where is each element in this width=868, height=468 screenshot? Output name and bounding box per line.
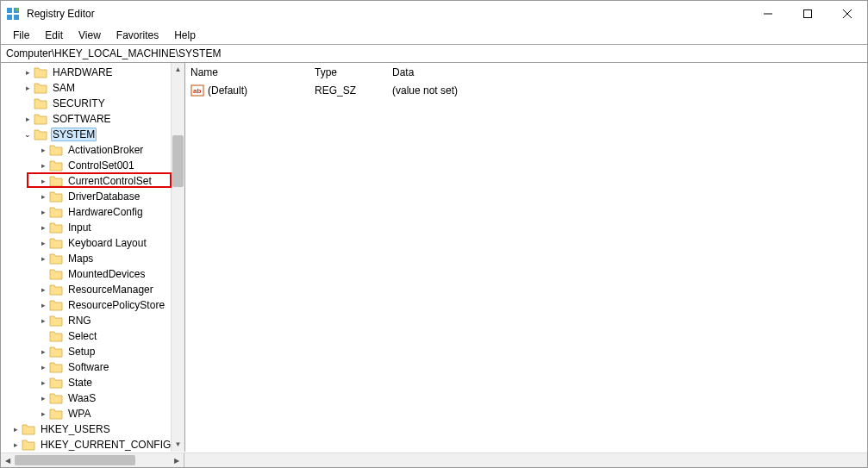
tree-item-activationbroker[interactable]: ▸ ActivationBroker [1,142,184,158]
tree-label-selected: SYSTEM [51,128,97,141]
chevron-right-icon[interactable]: ▸ [37,316,49,325]
chevron-right-icon[interactable]: ▸ [37,223,49,232]
chevron-right-icon[interactable]: ▸ [37,394,49,402]
menubar: File Edit View Favorites Help [1,27,867,44]
tree-item-currentcontrolset[interactable]: ▸ CurrentControlSet [1,173,184,189]
chevron-right-icon[interactable]: ▸ [37,208,49,216]
tree-label: Setup [66,346,97,358]
horizontal-scrollbar[interactable]: ◀ ▶ [1,452,867,467]
chevron-right-icon[interactable]: ▸ [37,192,49,201]
chevron-right-icon[interactable]: ▸ [9,440,22,449]
splitter-handle[interactable] [184,453,184,467]
svg-rect-2 [7,15,12,20]
tree-item-resourcepolicystore[interactable]: ▸ ResourcePolicyStore [1,297,184,313]
tree-item-input[interactable]: ▸ Input [1,220,184,235]
value-name: (Default) [208,84,247,97]
tree-item-software2[interactable]: ▸ Software [1,359,184,375]
content-area: ▸ HARDWARE ▸ SAM SECURITY ▸ SOFTWARE ⌄ [1,63,867,452]
tree-item-mounteddevices[interactable]: MountedDevices [1,266,184,282]
folder-icon [49,175,63,187]
svg-rect-0 [7,8,12,13]
column-header-data[interactable]: Data [392,66,867,78]
tree-item-wpa[interactable]: ▸ WPA [1,406,184,421]
tree-item-select[interactable]: Select [1,328,184,344]
tree-label: SECURITY [51,97,107,109]
menu-favorites[interactable]: Favorites [109,28,165,43]
tree-item-hkey-users[interactable]: ▸ HKEY_USERS [1,421,184,437]
folder-icon [49,361,63,373]
window-title: Registry Editor [27,8,748,20]
scroll-up-icon[interactable]: ▲ [172,63,184,77]
chevron-right-icon[interactable]: ▸ [37,363,49,371]
tree-label: Maps [66,253,95,265]
chevron-right-icon[interactable]: ▸ [37,378,49,387]
chevron-right-icon[interactable]: ▸ [37,239,49,247]
chevron-right-icon[interactable]: ▸ [37,146,49,154]
chevron-right-icon[interactable]: ▸ [37,161,49,170]
chevron-right-icon[interactable]: ▸ [37,254,49,263]
svg-rect-3 [14,15,19,20]
column-header-type[interactable]: Type [315,66,392,78]
tree-item-state[interactable]: ▸ State [1,375,184,390]
scroll-right-icon[interactable]: ▶ [170,457,184,465]
tree-item-software[interactable]: ▸ SOFTWARE [1,111,184,127]
folder-icon [49,190,63,203]
chevron-right-icon[interactable]: ▸ [37,177,49,185]
tree-item-rng[interactable]: ▸ RNG [1,313,184,328]
tree-item-waas[interactable]: ▸ WaaS [1,390,184,406]
scrollbar-thumb-horizontal[interactable] [15,455,135,465]
tree-label: SAM [51,82,77,94]
folder-icon [49,315,63,327]
chevron-right-icon[interactable]: ▸ [37,347,49,356]
list-row[interactable]: ab (Default) REG_SZ (value not set) [185,83,867,98]
close-button[interactable] [827,1,867,27]
chevron-right-icon[interactable]: ▸ [9,425,22,434]
tree-label: ResourcePolicyStore [66,299,166,311]
tree-item-system[interactable]: ⌄ SYSTEM [1,127,184,142]
maximize-button[interactable] [788,1,827,27]
folder-icon [34,66,47,78]
chevron-down-icon[interactable]: ⌄ [22,130,34,139]
menu-file[interactable]: File [6,28,36,43]
menu-view[interactable]: View [72,28,108,43]
chevron-right-icon[interactable]: ▸ [37,301,49,309]
menu-edit[interactable]: Edit [38,28,70,43]
tree-label: WaaS [66,392,97,404]
chevron-right-icon[interactable]: ▸ [22,115,34,123]
folder-icon [49,392,63,404]
chevron-right-icon[interactable]: ▸ [22,84,34,92]
scrollbar-thumb[interactable] [172,135,184,187]
tree-item-controlset001[interactable]: ▸ ControlSet001 [1,158,184,173]
tree-item-keyboardlayout[interactable]: ▸ Keyboard Layout [1,235,184,251]
tree-label: HKEY_CURRENT_CONFIG [39,439,172,451]
tree-item-sam[interactable]: ▸ SAM [1,80,184,96]
menu-help[interactable]: Help [167,28,203,43]
chevron-right-icon[interactable]: ▸ [37,409,49,418]
tree-item-hardwareconfig[interactable]: ▸ HardwareConfig [1,204,184,220]
tree-item-hardware[interactable]: ▸ HARDWARE [1,65,184,80]
chevron-right-icon[interactable]: ▸ [22,68,34,77]
folder-icon [22,439,35,451]
tree-item-resourcemanager[interactable]: ▸ ResourceManager [1,282,184,297]
column-header-name[interactable]: Name [190,66,315,78]
tree-label: ActivationBroker [66,144,145,156]
folder-icon [49,330,63,342]
tree-item-security[interactable]: SECURITY [1,96,184,111]
tree-item-hkey-current-config[interactable]: ▸ HKEY_CURRENT_CONFIG [1,437,184,452]
tree-vertical-scrollbar[interactable]: ▲ ▼ [171,63,184,452]
minimize-button[interactable] [748,1,788,27]
tree-item-driverdatabase[interactable]: ▸ DriverDatabase [1,189,184,204]
tree-item-maps[interactable]: ▸ Maps [1,251,184,266]
address-bar[interactable]: Computer\HKEY_LOCAL_MACHINE\SYSTEM [1,44,867,63]
chevron-right-icon[interactable]: ▸ [37,285,49,294]
tree-scroll[interactable]: ▸ HARDWARE ▸ SAM SECURITY ▸ SOFTWARE ⌄ [1,63,184,452]
tree-label: HKEY_USERS [39,423,112,435]
folder-icon [49,206,63,218]
scroll-down-icon[interactable]: ▼ [172,438,184,452]
scroll-left-icon[interactable]: ◀ [1,457,15,465]
tree-item-setup[interactable]: ▸ Setup [1,344,184,359]
window-controls [748,1,867,27]
value-type: REG_SZ [315,84,392,97]
tree-label: HardwareConfig [66,206,145,218]
string-value-icon: ab [190,84,204,97]
